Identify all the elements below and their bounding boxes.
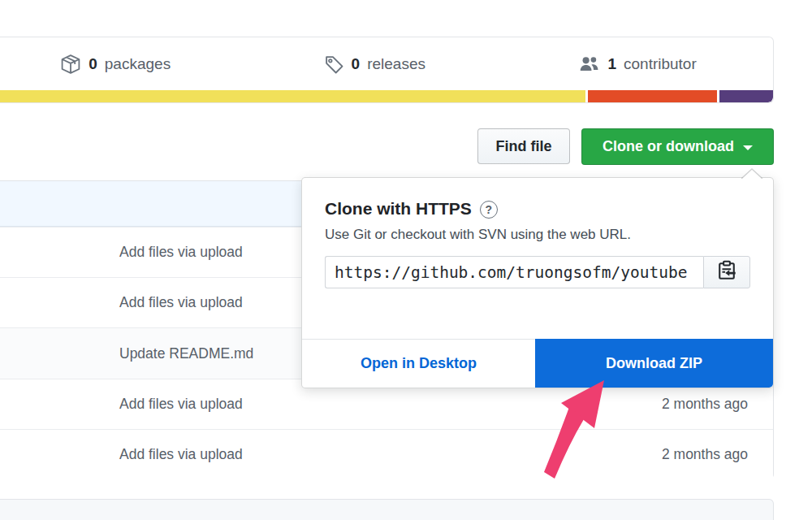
download-zip-label: Download ZIP <box>606 355 702 372</box>
stat-packages[interactable]: 0 packages <box>60 54 171 75</box>
repo-stats-card: 0 packages 0 releases 1 <box>0 37 774 103</box>
popup-title: Clone with HTTPS <box>325 199 472 219</box>
stat-releases-label: releases <box>367 55 425 73</box>
stat-releases[interactable]: 0 releases <box>324 54 425 75</box>
commit-age: 2 months ago <box>662 446 748 463</box>
language-segment-1 <box>0 90 585 102</box>
open-in-desktop-button[interactable]: Open in Desktop <box>302 339 535 388</box>
language-segment-2 <box>588 90 717 102</box>
clone-or-download-label: Clone or download <box>603 138 734 155</box>
stat-contributors-count: 1 <box>607 55 616 73</box>
commit-age: 2 months ago <box>662 396 748 413</box>
clone-url-input[interactable] <box>325 256 703 288</box>
chevron-down-icon <box>743 145 753 150</box>
commit-message-link[interactable]: Add files via upload <box>119 294 243 311</box>
help-icon[interactable]: ? <box>480 201 498 219</box>
tag-icon <box>324 54 344 75</box>
language-bar[interactable] <box>0 90 773 102</box>
people-icon <box>578 54 600 74</box>
language-segment-3 <box>719 90 773 102</box>
stat-packages-count: 0 <box>89 55 97 73</box>
clone-popup: Clone with HTTPS ? Use Git or checkout w… <box>301 177 774 388</box>
commit-message-link[interactable]: Add files via upload <box>119 396 243 413</box>
stat-packages-label: packages <box>105 55 171 73</box>
repo-stats-row: 0 packages 0 releases 1 <box>0 37 773 91</box>
open-in-desktop-label: Open in Desktop <box>361 355 477 372</box>
commit-message-link[interactable]: Add files via upload <box>119 244 243 261</box>
file-row: Add files via upload 2 months ago <box>0 429 773 479</box>
package-icon <box>60 54 81 75</box>
find-file-label: Find file <box>496 138 552 155</box>
clone-or-download-button[interactable]: Clone or download <box>581 128 774 165</box>
commit-message-link[interactable]: Add files via upload <box>119 446 243 463</box>
stat-releases-count: 0 <box>352 55 361 73</box>
commit-message-link[interactable]: Update README.md <box>119 345 253 362</box>
popup-subtitle: Use Git or checkout with SVN using the w… <box>325 227 750 243</box>
clipboard-icon <box>716 260 737 284</box>
popup-caret <box>741 168 762 179</box>
copy-to-clipboard-button[interactable] <box>703 256 750 288</box>
stat-contributors-label: contributor <box>624 55 697 73</box>
readme-section-header <box>0 499 774 520</box>
find-file-button[interactable]: Find file <box>477 128 570 164</box>
download-zip-button[interactable]: Download ZIP <box>535 339 773 388</box>
stat-contributors[interactable]: 1 contributor <box>578 54 696 74</box>
